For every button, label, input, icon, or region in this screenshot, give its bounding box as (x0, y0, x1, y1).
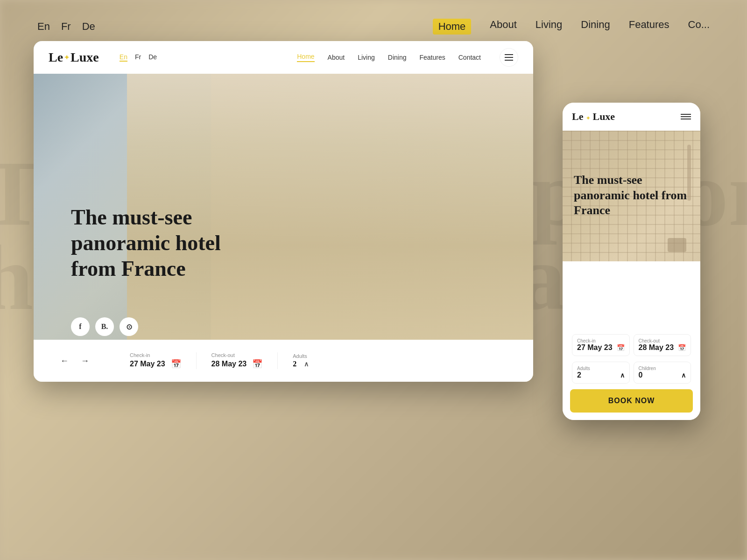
mobile-adults-label: Adults (577, 366, 625, 371)
mobile-adults-value: 2 ∧ (577, 371, 625, 379)
bg-nav-living: Living (536, 19, 562, 35)
lang-de[interactable]: De (148, 53, 157, 62)
logo-star-icon: ✦ (64, 54, 70, 62)
nav-dining[interactable]: Dining (388, 54, 407, 61)
book-now-button[interactable]: BOOK NOW (570, 389, 693, 413)
checkout-value: 28 May 23 📅 (211, 359, 263, 369)
mobile-checkin-date: 27 May 23 (577, 343, 613, 352)
checkout-label: Check-out (211, 352, 263, 358)
desktop-mockup: Le ✦ Luxe En Fr De Home About Living Din… (34, 41, 533, 382)
mobile-checkout-date: 28 May 23 (639, 343, 674, 352)
mobile-logo: Le ✦ Luxe (572, 111, 615, 123)
mobile-checkout-field[interactable]: Check-out 28 May 23 📅 (634, 334, 691, 356)
bg-nav-dining: Dining (581, 19, 610, 35)
checkin-field[interactable]: Check-in 27 May 23 📅 (115, 352, 197, 369)
hamburger-line-2 (505, 57, 513, 58)
checkout-date: 28 May 23 (211, 360, 247, 368)
mobile-adults-chevron-icon[interactable]: ∧ (620, 371, 625, 379)
nav-about[interactable]: About (328, 54, 345, 61)
desktop-hero-title: The must-see panoramic hotel from France (71, 204, 248, 282)
tripadvisor-icon[interactable]: ⊙ (120, 317, 138, 336)
desktop-logo: Le ✦ Luxe (49, 50, 99, 65)
desktop-booking-bar: ← → Check-in 27 May 23 📅 Check-out 28 Ma… (34, 340, 533, 382)
checkin-label: Check-in (130, 352, 181, 358)
mobile-hamburger-line-1 (681, 114, 691, 115)
carousel-arrows: ← → (57, 353, 92, 368)
prev-arrow-button[interactable]: ← (57, 353, 72, 368)
facebook-icon[interactable]: f (71, 317, 90, 336)
checkout-field[interactable]: Check-out 28 May 23 📅 (197, 352, 278, 369)
mobile-hamburger-line-2 (681, 116, 691, 117)
mobile-children-count: 0 (639, 371, 643, 379)
mobile-checkin-value: 27 May 23 📅 (577, 343, 625, 352)
faucet-element (668, 238, 686, 252)
mobile-hamburger-button[interactable] (681, 114, 691, 119)
logo-part1: Le (49, 50, 63, 65)
mobile-checkin-label: Check-in (577, 338, 625, 343)
logo-part2: Luxe (70, 50, 99, 65)
background-nav: En Fr De Home About Living Dining Featur… (0, 19, 747, 35)
mobile-hero-title: The must-see panoramic hotel from France (563, 163, 700, 228)
mobile-logo-part2: Luxe (592, 111, 615, 122)
hamburger-line-1 (505, 54, 513, 55)
bg-nav-more: Co... (688, 19, 710, 35)
checkin-calendar-icon[interactable]: 📅 (171, 359, 181, 369)
desktop-nav-links: Home About Living Dining Features Contac… (297, 53, 481, 62)
bg-lang-fr: Fr (61, 21, 71, 33)
lang-fr[interactable]: Fr (135, 53, 141, 62)
mobile-navbar: Le ✦ Luxe (563, 103, 700, 131)
nav-living[interactable]: Living (358, 54, 375, 61)
desktop-navbar: Le ✦ Luxe En Fr De Home About Living Din… (34, 41, 533, 74)
bg-nav-links: Home About Living Dining Features Co... (433, 19, 710, 35)
bg-nav-home: Home (433, 19, 472, 35)
mobile-children-chevron-icon[interactable]: ∧ (681, 371, 686, 379)
checkin-value: 27 May 23 📅 (130, 359, 181, 369)
mobile-checkin-calendar-icon[interactable]: 📅 (617, 344, 625, 351)
mobile-checkout-calendar-icon[interactable]: 📅 (678, 344, 686, 351)
mobile-guests-row: Adults 2 ∧ Children 0 ∧ (570, 362, 693, 384)
nav-features[interactable]: Features (420, 54, 445, 61)
mobile-hamburger-line-3 (681, 119, 691, 119)
adults-count: 2 (293, 360, 296, 368)
booking-icon[interactable]: B. (95, 317, 114, 336)
mobile-children-label: Children (639, 366, 686, 371)
nav-home[interactable]: Home (297, 53, 314, 62)
bg-lang-group: En Fr De (37, 21, 95, 33)
mobile-checkin-field[interactable]: Check-in 27 May 23 📅 (572, 334, 630, 356)
bg-nav-about: About (490, 19, 517, 35)
mobile-logo-star: ✦ (586, 115, 590, 121)
mobile-adults-field[interactable]: Adults 2 ∧ (572, 362, 630, 384)
mobile-checkout-value: 28 May 23 📅 (639, 343, 686, 352)
checkout-calendar-icon[interactable]: 📅 (252, 359, 262, 369)
mobile-dates-row: Check-in 27 May 23 📅 Check-out 28 May 23… (570, 334, 693, 356)
next-arrow-button[interactable]: → (78, 353, 92, 368)
adults-chevron-icon[interactable]: ∧ (304, 360, 309, 368)
bg-lang-en: En (37, 21, 50, 33)
social-icons-group: f B. ⊙ (71, 317, 138, 336)
checkin-date: 27 May 23 (130, 360, 165, 368)
adults-label: Adults (293, 353, 307, 359)
hamburger-line-3 (505, 60, 513, 61)
adults-value: 2 ∧ (293, 360, 309, 368)
mobile-adults-count: 2 (577, 371, 581, 379)
bg-nav-features: Features (629, 19, 669, 35)
mobile-logo-part1: Le (572, 111, 583, 122)
bg-lang-de: De (82, 21, 95, 33)
adults-field[interactable]: Adults 2 ∧ (278, 353, 324, 368)
lang-en[interactable]: En (120, 53, 127, 62)
mobile-checkout-label: Check-out (639, 338, 686, 343)
hamburger-button[interactable] (500, 48, 518, 67)
mobile-children-value: 0 ∧ (639, 371, 686, 379)
mobile-children-field[interactable]: Children 0 ∧ (634, 362, 691, 384)
mobile-booking-section: Check-in 27 May 23 📅 Check-out 28 May 23… (563, 327, 700, 420)
mobile-mockup: Le ✦ Luxe The must-see panoramic hotel f… (563, 103, 700, 420)
nav-contact[interactable]: Contact (458, 54, 481, 61)
desktop-lang-switcher: En Fr De (120, 53, 157, 62)
